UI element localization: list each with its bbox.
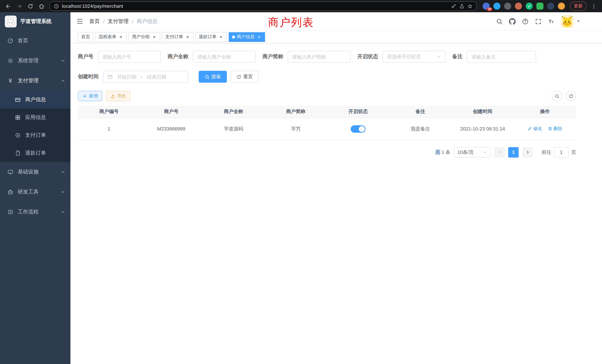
share-icon[interactable]	[459, 3, 464, 9]
merchant-short-name-input[interactable]	[292, 54, 346, 60]
yen-icon: ¥	[7, 78, 13, 84]
filter-row-1: 商户号 商户全称 商户简称 开启状态 请选择开启状态	[78, 51, 576, 63]
tab-refund-order[interactable]: 退款订单	[195, 32, 227, 42]
screen: localhost:1024/pay/merchant 10 更新	[0, 0, 602, 364]
search-icon	[554, 94, 559, 98]
search-icon[interactable]	[496, 18, 503, 25]
breadcrumb: 首页 支付管理 商户信息	[89, 18, 158, 25]
reset-button[interactable]: 重置	[231, 71, 259, 83]
next-page-button[interactable]	[522, 147, 533, 157]
close-icon[interactable]	[118, 34, 123, 40]
payment-submenu: 商户信息 应用信息 支付订单	[0, 91, 70, 162]
page-size-select[interactable]: 10条/页	[454, 147, 490, 157]
font-size-icon[interactable]	[548, 18, 555, 25]
page-annotation: 商户列表	[268, 15, 314, 30]
bookmark-star-icon[interactable]	[467, 3, 473, 9]
chevron-right-icon	[526, 150, 529, 154]
address-bar[interactable]: localhost:1024/pay/merchant	[50, 1, 477, 11]
extension-icon-6[interactable]	[536, 3, 543, 10]
filter-remark: 备注	[452, 51, 536, 63]
chevron-up-icon	[61, 79, 65, 83]
tab-process-form[interactable]: 流程表单	[95, 32, 127, 42]
breadcrumb-separator	[132, 18, 133, 24]
chevron-down-icon	[61, 170, 65, 174]
merchant-no-input[interactable]	[102, 54, 156, 60]
password-key-icon[interactable]	[451, 3, 456, 9]
sidebar-item-dev-tools[interactable]: 研发工具	[0, 182, 70, 202]
fullscreen-icon[interactable]	[535, 18, 542, 25]
sidebar-item-workflow[interactable]: 工作流程	[0, 202, 70, 222]
dashboard-icon	[7, 38, 13, 44]
col-merchant-no: 商户号	[140, 106, 202, 118]
delete-link[interactable]: 删除	[548, 126, 562, 132]
end-date-input[interactable]	[145, 74, 168, 79]
extension-icon-3[interactable]	[504, 3, 511, 10]
close-icon[interactable]	[257, 34, 262, 40]
toggle-search-button[interactable]	[552, 91, 562, 101]
edit-link[interactable]: 修改	[527, 126, 542, 132]
col-status: 开启状态	[327, 106, 389, 118]
app-logo[interactable]: 芋道管理系统	[0, 12, 70, 31]
extension-icon-5[interactable]	[526, 3, 533, 10]
prev-page-button[interactable]	[494, 147, 505, 157]
start-date-input[interactable]	[115, 74, 138, 79]
page-number-button[interactable]: 1	[508, 147, 519, 157]
site-info-icon[interactable]	[54, 3, 59, 9]
refresh-icon	[236, 74, 241, 79]
sidebar-toggle-icon[interactable]	[70, 18, 89, 25]
chevron-down-icon	[483, 150, 487, 154]
tab-merchant-info[interactable]: 商户信息	[229, 32, 265, 42]
browser-menu-icon[interactable]	[589, 1, 599, 11]
extension-icon-7[interactable]	[547, 3, 554, 10]
toolbar-right	[552, 91, 576, 101]
sidebar-item-refund-order[interactable]: 退款订单	[0, 144, 70, 162]
tab-user-group[interactable]: 用户分组	[129, 32, 160, 42]
breadcrumb-payment[interactable]: 支付管理	[108, 18, 129, 25]
refresh-table-button[interactable]	[566, 91, 576, 101]
search-button[interactable]: 搜索	[199, 71, 227, 83]
tab-home[interactable]: 首页	[78, 32, 93, 42]
remark-input[interactable]	[472, 54, 532, 60]
document-icon	[15, 150, 21, 156]
extension-icon-1[interactable]: 10	[483, 3, 490, 10]
calendar-icon	[108, 74, 113, 79]
tab-pay-order[interactable]: 支付订单	[162, 32, 194, 42]
status-toggle[interactable]	[351, 125, 366, 132]
sidebar-item-pay-order[interactable]: 支付订单	[0, 126, 70, 144]
sidebar: 芋道管理系统 首页 系统管理 ¥ 支付管理	[0, 12, 70, 364]
active-dot	[232, 35, 235, 38]
github-icon[interactable]	[509, 18, 516, 25]
close-icon[interactable]	[218, 34, 224, 40]
sidebar-item-infra[interactable]: 基础设施	[0, 162, 70, 182]
export-button[interactable]: 导出	[106, 91, 130, 101]
merchant-name-input[interactable]	[197, 54, 251, 60]
date-range-picker[interactable]: -	[103, 71, 188, 83]
help-icon[interactable]	[522, 18, 529, 25]
sidebar-item-merchant-info[interactable]: 商户信息	[0, 91, 70, 109]
download-icon	[110, 94, 115, 98]
forward-icon[interactable]	[14, 1, 24, 11]
extension-icon-4[interactable]	[515, 3, 522, 10]
user-avatar-menu[interactable]	[561, 15, 580, 28]
url-text[interactable]: localhost:1024/pay/merchant	[62, 3, 123, 9]
sidebar-item-home[interactable]: 首页	[0, 31, 70, 51]
extension-icon-2[interactable]	[493, 3, 500, 10]
filter-row-2: 创建时间 - 搜索 重置	[78, 71, 576, 83]
close-icon[interactable]	[185, 34, 190, 40]
close-icon[interactable]	[152, 34, 157, 40]
reload-icon[interactable]	[25, 1, 36, 11]
goto-page: 前往 页	[542, 147, 576, 157]
back-icon[interactable]	[3, 1, 13, 11]
sidebar-item-payment[interactable]: ¥ 支付管理	[0, 71, 70, 91]
breadcrumb-home[interactable]: 首页	[89, 18, 100, 25]
status-select[interactable]: 请选择开启状态	[383, 51, 446, 63]
extension-icon-8[interactable]	[558, 3, 565, 10]
add-button[interactable]: 新增	[78, 91, 102, 101]
sidebar-item-system[interactable]: 系统管理	[0, 51, 70, 71]
browser-update-button[interactable]: 更新	[570, 1, 586, 11]
goto-page-input[interactable]	[554, 147, 569, 157]
sidebar-item-app-info[interactable]: 应用信息	[0, 109, 70, 126]
home-icon[interactable]	[36, 1, 47, 11]
table-row: 1 M233666999 芋道源码 芋艿 我是备注 2021-10-23 08:…	[78, 118, 576, 140]
chevron-down-icon	[61, 59, 65, 63]
